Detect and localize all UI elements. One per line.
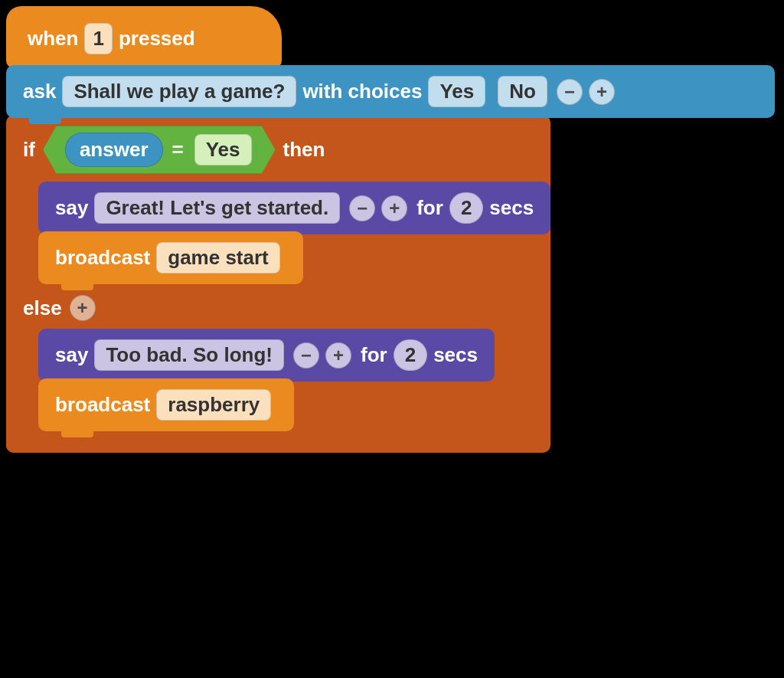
choice-yes[interactable]: Yes bbox=[428, 76, 485, 107]
hat-suffix: pressed bbox=[119, 27, 195, 51]
then-branch: say Great! Let's get started. − + for 2 … bbox=[6, 182, 550, 284]
hat-block-when-key-pressed[interactable]: when 1 pressed bbox=[6, 6, 282, 68]
add-else-branch-button[interactable]: + bbox=[70, 295, 96, 321]
say1-secs-input[interactable]: 2 bbox=[449, 192, 483, 224]
ask-block[interactable]: ask Shall we play a game? with choices Y… bbox=[6, 65, 775, 118]
say2-text-input[interactable]: Too bad. So long! bbox=[94, 339, 284, 371]
say2-plus-button[interactable]: + bbox=[325, 342, 351, 368]
broadcast-block-2[interactable]: broadcast raspberry bbox=[38, 378, 294, 431]
say1-minus-button[interactable]: − bbox=[349, 195, 375, 221]
broadcast2-label: broadcast bbox=[55, 393, 150, 417]
else-label: else bbox=[23, 296, 62, 320]
if-label: if bbox=[23, 138, 35, 162]
say2-for-label: for bbox=[361, 343, 387, 367]
script-stack: when 1 pressed ask Shall we play a game?… bbox=[0, 0, 784, 453]
if-arm: if answer = Yes then bbox=[6, 115, 550, 185]
broadcast1-label: broadcast bbox=[55, 246, 150, 270]
broadcast1-message-input[interactable]: game start bbox=[156, 242, 280, 273]
choice-no[interactable]: No bbox=[498, 76, 547, 107]
add-choice-button[interactable]: + bbox=[589, 79, 615, 105]
say1-for-label: for bbox=[416, 196, 443, 220]
then-label: then bbox=[283, 138, 325, 162]
hat-prefix: when bbox=[28, 27, 78, 51]
key-slot[interactable]: 1 bbox=[84, 23, 112, 54]
equals-op: = bbox=[172, 138, 184, 162]
say-block-2[interactable]: say Too bad. So long! − + for 2 secs bbox=[38, 329, 495, 382]
broadcast-block-1[interactable]: broadcast game start bbox=[38, 231, 303, 284]
else-branch: say Too bad. So long! − + for 2 secs bro… bbox=[6, 329, 550, 431]
ask-question-input[interactable]: Shall we play a game? bbox=[62, 76, 296, 107]
if-else-block[interactable]: if answer = Yes then say Great! Let's ge… bbox=[6, 115, 550, 453]
say2-secs-label: secs bbox=[433, 343, 478, 367]
say2-label: say bbox=[55, 343, 88, 367]
ask-label: ask bbox=[23, 80, 56, 103]
say1-secs-label: secs bbox=[489, 196, 534, 220]
say1-label: say bbox=[55, 196, 88, 220]
say1-plus-button[interactable]: + bbox=[381, 195, 407, 221]
broadcast2-message-input[interactable]: raspberry bbox=[156, 389, 271, 421]
say1-text-input[interactable]: Great! Let's get started. bbox=[94, 192, 340, 224]
answer-reporter[interactable]: answer bbox=[65, 133, 163, 167]
else-arm: else + bbox=[6, 284, 152, 332]
equals-predicate[interactable]: answer = Yes bbox=[43, 126, 276, 174]
compare-value-input[interactable]: Yes bbox=[194, 134, 252, 165]
say2-secs-input[interactable]: 2 bbox=[394, 339, 427, 371]
remove-choice-button[interactable]: − bbox=[557, 79, 583, 105]
say2-minus-button[interactable]: − bbox=[293, 342, 319, 368]
say-block-1[interactable]: say Great! Let's get started. − + for 2 … bbox=[38, 182, 550, 234]
ask-with-label: with choices bbox=[302, 80, 422, 103]
